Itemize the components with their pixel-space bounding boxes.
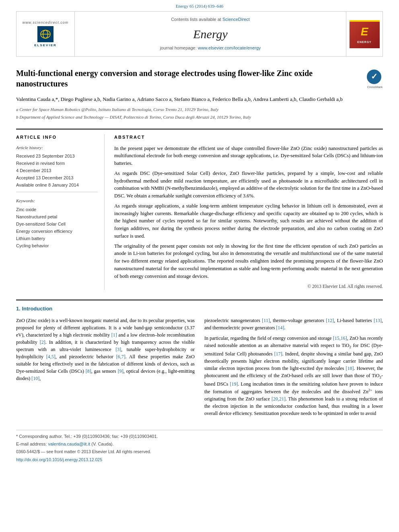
doi-line: http://dx.doi.org/10.1016/j.energy.2013.… (16, 457, 383, 463)
history-accepted: Accepted 13 December 2013 (16, 175, 98, 181)
history-revised-label: Received in revised form (16, 160, 98, 167)
abstract-para-1: As regards DSC (Dye-sensitized Solar Cel… (114, 170, 383, 200)
keyword-2: Dye-sensitized Solar Cell (16, 221, 98, 228)
sciencedirect-link[interactable]: ScienceDirect (222, 17, 250, 22)
abstract-para-0: In the present paper we demonstrate the … (114, 145, 383, 167)
article-title-section: Multi-functional energy conversion and s… (16, 68, 383, 89)
intro-para-1: piezoelectric nanogenerators [11], therm… (204, 317, 383, 331)
body-content: 1. Introduction ZnO (Zinc oxide) is a we… (16, 300, 383, 420)
journal-homepage: journal homepage: www.elsevier.com/locat… (160, 45, 261, 51)
affiliation-a: a Center for Space Human Robotics @Polit… (16, 107, 383, 113)
corresponding-note: * Corresponding author. Tel.: +39 (0)110… (16, 433, 383, 440)
article-info-column: ARTICLE INFO Article history: Received 2… (16, 134, 105, 290)
article-title: Multi-functional energy conversion and s… (16, 68, 360, 89)
keyword-1: Nanostructured petal (16, 214, 98, 220)
crossmark-logo: ✓ CrossMark (367, 70, 383, 86)
history-online: Available online 8 January 2014 (16, 182, 98, 189)
keyword-5: Cycling behavior (16, 243, 98, 249)
energy-logo: E ENERGY (350, 20, 380, 48)
intro-two-col: ZnO (Zinc oxide) is a well-known inorgan… (16, 317, 383, 420)
journal-header: www.sciencedirect.com ELSEVIER Contents … (16, 11, 383, 57)
article-info-heading: ARTICLE INFO (16, 134, 98, 141)
email-line: E-mail address: valentina.cauda@iit.it (… (16, 441, 383, 448)
intro-col-left: ZnO (Zinc oxide) is a well-known inorgan… (16, 317, 195, 420)
elsevier-label: ELSEVIER (34, 43, 57, 48)
intro-para-2: In particular, regarding the field of en… (204, 335, 383, 417)
intro-col-right: piezoelectric nanogenerators [11], therm… (204, 317, 383, 420)
crossmark-badge: ✓ (367, 70, 381, 84)
keywords-label: Keywords: (16, 198, 98, 204)
abstract-para-2: As regards storage applications, a stabl… (114, 202, 383, 240)
authors: Valentina Cauda a,*, Diego Pugliese a,b,… (16, 95, 383, 103)
history-received: Received 23 September 2013 (16, 153, 98, 160)
svg-text:✓: ✓ (371, 72, 378, 81)
sciencedirect-watermark: www.sciencedirect.com (23, 20, 69, 25)
abstract-column: ABSTRACT In the present paper we demonst… (114, 134, 383, 290)
history-revised-date: 4 December 2013 (16, 168, 98, 174)
divider (16, 192, 98, 192)
abstract-heading: ABSTRACT (114, 134, 383, 141)
affiliation-b: b Department of Applied Science and Tech… (16, 114, 383, 120)
elsevier-logo: www.sciencedirect.com ELSEVIER (23, 20, 69, 48)
author-email[interactable]: valentina.cauda@iit.it (48, 442, 90, 446)
keyword-0: Zinc oxide (16, 207, 98, 213)
keyword-3: Energy conversion efficiency (16, 228, 98, 235)
abstract-para-3: The originality of the present paper con… (114, 242, 383, 280)
article-info-abstract: ARTICLE INFO Article history: Received 2… (16, 129, 383, 290)
main-content: Multi-functional energy conversion and s… (0, 68, 399, 463)
footer: * Corresponding author. Tel.: +39 (0)110… (16, 430, 383, 463)
doi-link[interactable]: http://dx.doi.org/10.1016/j.energy.2013.… (16, 457, 102, 462)
abstract-copyright: © 2013 Elsevier Ltd. All rights reserved… (114, 283, 383, 290)
journal-title-section: Contents lists available at ScienceDirec… (75, 12, 346, 56)
homepage-url[interactable]: www.elsevier.com/locate/energy (198, 45, 261, 50)
journal-name: Energy (193, 25, 228, 43)
keyword-4: Lithium battery (16, 236, 98, 242)
intro-para-0: ZnO (Zinc oxide) is a well-known inorgan… (16, 317, 195, 382)
keywords-section: Keywords: Zinc oxide Nanostructured peta… (16, 198, 98, 249)
journal-citation: Energy 65 (2014) 639–646 (0, 0, 399, 11)
section-1-title: 1. Introduction (16, 305, 383, 313)
issn-note: 0360-5442/$ — see front matter © 2013 El… (16, 449, 383, 455)
elsevier-logo-section: www.sciencedirect.com ELSEVIER (16, 12, 75, 56)
contents-line: Contents lists available at ScienceDirec… (171, 16, 250, 23)
energy-logo-section: E ENERGY (346, 12, 383, 56)
history-label: Article history: (16, 145, 98, 151)
